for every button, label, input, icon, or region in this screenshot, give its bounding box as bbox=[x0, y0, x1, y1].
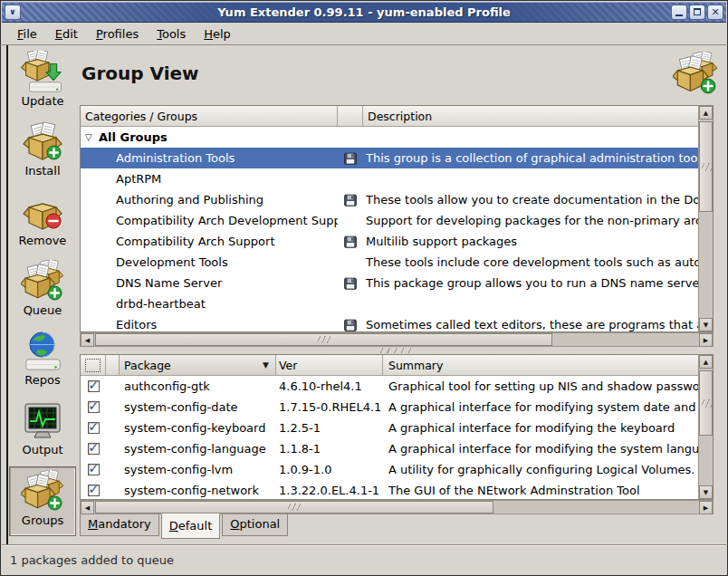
sidebar-label: Output bbox=[22, 443, 62, 456]
menu-item[interactable]: File bbox=[8, 24, 46, 43]
package-horizontal-scrollbar[interactable]: ◀ ▶ bbox=[80, 500, 714, 514]
scroll-down-button[interactable]: ▼ bbox=[699, 485, 713, 499]
group-table-header: Categories / Groups Description bbox=[81, 106, 713, 127]
sidebar-item-repos[interactable]: Repos bbox=[9, 327, 76, 397]
package-name: authconfig-gtk bbox=[120, 379, 276, 393]
maximize-icon bbox=[694, 8, 701, 15]
scroll-up-button[interactable]: ▲ bbox=[699, 106, 713, 120]
titlebar[interactable]: ∨ Yum Extender 0.99.11 - yum-enabled Pro… bbox=[2, 2, 726, 23]
group-description: Multilib support packages bbox=[363, 235, 698, 248]
package-row[interactable]: system-config-network 1.3.22.0.EL.4.1-1 … bbox=[81, 480, 698, 499]
groups-icon bbox=[21, 470, 64, 514]
menubar: File Edit Profiles Tools Help bbox=[2, 23, 726, 45]
scroll-thumb[interactable] bbox=[699, 121, 713, 212]
statusbar: 1 packages added to queue bbox=[2, 544, 726, 574]
package-checkbox[interactable] bbox=[88, 380, 100, 392]
menu-item[interactable]: Profiles bbox=[87, 24, 148, 43]
update-icon bbox=[21, 51, 64, 94]
grip-icon bbox=[702, 399, 712, 408]
package-name: system-config-network bbox=[120, 484, 276, 497]
header-focus-box bbox=[85, 359, 101, 372]
close-button[interactable]: ✕ bbox=[707, 5, 723, 20]
group-row[interactable]: ▽ Compatibility Arch Development Support… bbox=[81, 210, 698, 231]
group-row[interactable]: ▽ drbd-heartbeat bbox=[81, 293, 698, 314]
column-header-description[interactable]: Description bbox=[363, 106, 713, 127]
app-window: ∨ Yum Extender 0.99.11 - yum-enabled Pro… bbox=[0, 0, 728, 576]
group-row[interactable]: ▽ Administration Tools This group is a c… bbox=[81, 148, 698, 168]
minimize-icon bbox=[675, 14, 683, 16]
expander-icon[interactable]: ▽ bbox=[85, 132, 99, 142]
column-header-ver[interactable]: Ver bbox=[276, 355, 383, 376]
menu-item[interactable]: Help bbox=[195, 24, 240, 43]
minimize-button[interactable] bbox=[671, 5, 687, 20]
sidebar-item-queue[interactable]: Queue bbox=[9, 257, 76, 327]
package-row[interactable]: system-config-lvm 1.0.9-1.0 A utility fo… bbox=[81, 459, 698, 480]
window-menu-button[interactable]: ∨ bbox=[5, 5, 21, 20]
group-filter-tab[interactable]: Mandatory bbox=[80, 514, 159, 536]
grip-icon bbox=[702, 163, 712, 171]
scroll-right-button[interactable]: ▶ bbox=[699, 333, 713, 347]
group-row[interactable]: ▽ Compatibility Arch Support Multilib su… bbox=[81, 231, 698, 252]
group-name: Administration Tools bbox=[116, 151, 235, 165]
group-horizontal-scrollbar[interactable]: ◀ ▶ bbox=[80, 332, 714, 347]
group-filter-tab[interactable]: Default bbox=[161, 514, 221, 539]
menu-item[interactable]: Tools bbox=[148, 24, 195, 43]
package-checkbox[interactable] bbox=[88, 422, 100, 434]
group-row[interactable]: ▽ All Groups bbox=[81, 127, 698, 148]
package-vertical-scrollbar[interactable]: ▲ ▼ bbox=[698, 355, 713, 499]
column-header-categories[interactable]: Categories / Groups bbox=[81, 106, 338, 127]
group-vertical-scrollbar[interactable]: ▲ ▼ bbox=[698, 106, 713, 331]
group-filter-tab[interactable]: Optional bbox=[222, 514, 288, 536]
floppy-icon bbox=[344, 152, 357, 165]
scroll-thumb[interactable] bbox=[95, 501, 493, 514]
maximize-button[interactable] bbox=[689, 5, 705, 20]
group-description: Support for developing packages for the … bbox=[363, 214, 698, 227]
package-version: 1.2.5-1 bbox=[276, 421, 383, 435]
group-name: Development Tools bbox=[116, 255, 228, 269]
page-title: Group View bbox=[81, 62, 199, 84]
scroll-right-button[interactable]: ▶ bbox=[699, 501, 713, 514]
install-icon bbox=[21, 120, 64, 164]
package-row[interactable]: system-config-keyboard 1.2.5-1 A graphic… bbox=[81, 418, 698, 438]
scroll-thumb[interactable] bbox=[95, 333, 552, 346]
scroll-up-button[interactable]: ▲ bbox=[699, 355, 713, 369]
package-row[interactable]: system-config-date 1.7.15-0.RHEL4.1 A gr… bbox=[81, 397, 698, 418]
sidebar-label: Groups bbox=[22, 514, 63, 527]
column-header-summary[interactable]: Summary bbox=[383, 355, 713, 376]
close-icon: ✕ bbox=[711, 7, 719, 17]
package-row[interactable]: authconfig-gtk 4.6.10-rhel4.1 Graphical … bbox=[81, 376, 698, 397]
package-table: Package ▼ Ver Summary authconfig-gtk 4.6… bbox=[80, 354, 714, 500]
group-name: Authoring and Publishing bbox=[116, 193, 263, 206]
scroll-down-button[interactable]: ▼ bbox=[699, 318, 713, 331]
pane-splitter[interactable] bbox=[80, 347, 714, 354]
remove-icon bbox=[21, 190, 64, 234]
scroll-left-button[interactable]: ◀ bbox=[81, 333, 94, 347]
column-header-icon[interactable] bbox=[338, 106, 363, 127]
package-name: system-config-language bbox=[120, 442, 276, 456]
group-row[interactable]: ▽ Development Tools These tools include … bbox=[81, 252, 698, 273]
column-header-select[interactable] bbox=[81, 355, 106, 376]
column-header-package[interactable]: Package ▼ bbox=[120, 355, 276, 376]
menu-item[interactable]: Edit bbox=[46, 24, 87, 43]
sidebar-item-install[interactable]: Install bbox=[9, 118, 76, 187]
group-row[interactable]: ▽ Authoring and Publishing These tools a… bbox=[81, 189, 698, 210]
package-checkbox[interactable] bbox=[88, 464, 100, 475]
floppy-icon bbox=[344, 194, 357, 206]
package-checkbox[interactable] bbox=[88, 401, 100, 413]
package-name: system-config-keyboard bbox=[120, 421, 276, 435]
sidebar-item-update[interactable]: Update bbox=[9, 48, 76, 118]
package-row[interactable]: system-config-language 1.1.8-1 A graphic… bbox=[81, 438, 698, 459]
group-description: This group is a collection of graphical … bbox=[363, 151, 698, 165]
scroll-thumb[interactable] bbox=[699, 370, 713, 436]
package-checkbox[interactable] bbox=[88, 485, 100, 496]
sidebar-item-output[interactable]: Output bbox=[9, 397, 76, 466]
package-checkbox[interactable] bbox=[88, 443, 100, 455]
group-row[interactable]: ▽ AptRPM bbox=[81, 168, 698, 189]
scroll-left-button[interactable]: ◀ bbox=[81, 501, 94, 514]
group-row[interactable]: ▽ Editors Sometimes called text editors,… bbox=[81, 314, 698, 331]
window-title: Yum Extender 0.99.11 - yum-enabled Profi… bbox=[2, 5, 726, 19]
sidebar-item-groups[interactable]: Groups bbox=[9, 466, 76, 536]
group-row[interactable]: ▽ DNS Name Server This package group all… bbox=[81, 273, 698, 293]
group-description: These tools allow you to create document… bbox=[363, 193, 698, 206]
sidebar-item-remove[interactable]: Remove bbox=[9, 187, 76, 257]
